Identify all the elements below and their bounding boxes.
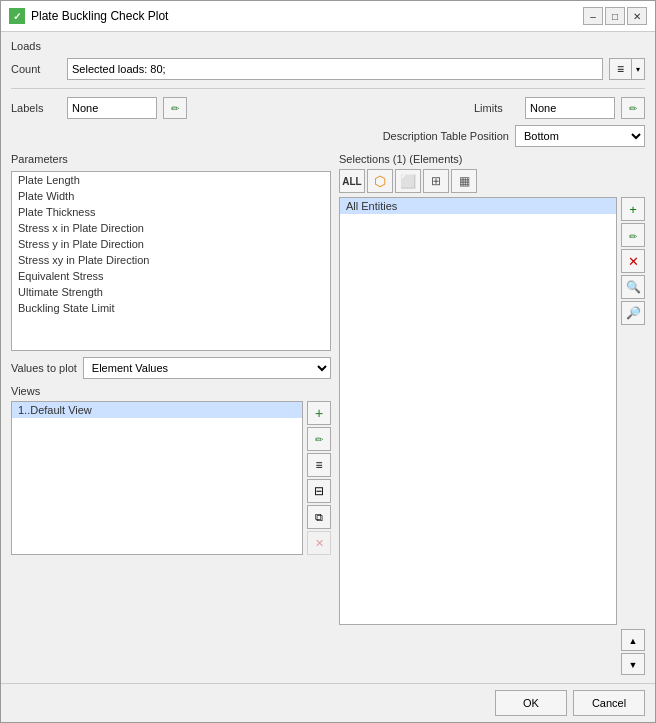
list-lines-icon: ≡: [315, 458, 322, 472]
sel-all-button[interactable]: ALL: [339, 169, 365, 193]
down-arrow-icon: [629, 659, 638, 670]
view-default[interactable]: 1..Default View: [12, 402, 302, 418]
main-area: Parameters Plate Length Plate Width Plat…: [11, 153, 645, 675]
zoom-in-icon: 🔍: [626, 280, 641, 294]
details-icon: ⊟: [314, 484, 324, 498]
sel-grid2-button[interactable]: ▦: [451, 169, 477, 193]
views-main: 1..Default View ≡: [11, 401, 331, 555]
loads-list-icon[interactable]: [609, 58, 631, 80]
views-list-button[interactable]: ≡: [307, 453, 331, 477]
views-section: Views 1..Default View: [11, 385, 331, 555]
plus-icon-sel: +: [629, 202, 637, 217]
close-button[interactable]: ✕: [627, 7, 647, 25]
param-stress-x[interactable]: Stress x in Plate Direction: [12, 220, 330, 236]
labels-limits-row: Labels Limits: [11, 97, 645, 119]
all-icon: ALL: [342, 176, 361, 187]
labels-label: Labels: [11, 102, 61, 114]
delete-icon: ✕: [315, 537, 324, 550]
sel-box-button[interactable]: ⬜: [395, 169, 421, 193]
scroll-up-button[interactable]: [621, 629, 645, 651]
param-plate-width[interactable]: Plate Width: [12, 188, 330, 204]
grid2-icon: ▦: [459, 174, 470, 188]
divider-1: [11, 88, 645, 89]
views-header: Views: [11, 385, 331, 397]
up-arrow-icon: [629, 635, 638, 646]
loads-row: Count: [11, 58, 645, 80]
sel-pencil-button[interactable]: [621, 223, 645, 247]
param-equiv-stress[interactable]: Equivalent Stress: [12, 268, 330, 284]
selections-main: All Entities + ✕ 🔍: [339, 197, 645, 625]
parameters-list[interactable]: Plate Length Plate Width Plate Thickness…: [11, 171, 331, 351]
views-edit-button[interactable]: [307, 427, 331, 451]
ok-button[interactable]: OK: [495, 690, 567, 716]
list-icon: [617, 62, 624, 76]
sel-grid-button[interactable]: ⊞: [423, 169, 449, 193]
main-window: ✓ Plate Buckling Check Plot – □ ✕ Loads …: [0, 0, 656, 723]
values-to-plot-label: Values to plot: [11, 362, 77, 374]
pencil-icon-limits: [629, 102, 637, 114]
scroll-buttons: [339, 629, 645, 675]
grid-icon: ⊞: [431, 174, 441, 188]
views-delete-button[interactable]: ✕: [307, 531, 331, 555]
labels-edit-button[interactable]: [163, 97, 187, 119]
selections-list[interactable]: All Entities: [339, 197, 617, 625]
count-label: Count: [11, 63, 61, 75]
x-icon-sel: ✕: [628, 254, 639, 269]
window-title: Plate Buckling Check Plot: [31, 9, 577, 23]
views-list[interactable]: 1..Default View: [11, 401, 303, 555]
sel-action-buttons: + ✕ 🔍 🔎: [621, 197, 645, 625]
maximize-button[interactable]: □: [605, 7, 625, 25]
labels-input[interactable]: [67, 97, 157, 119]
sel-all-entities[interactable]: All Entities: [340, 198, 616, 214]
param-plate-thickness[interactable]: Plate Thickness: [12, 204, 330, 220]
loads-dropdown-arrow[interactable]: [631, 58, 645, 80]
views-add-button[interactable]: [307, 401, 331, 425]
right-panel: Selections (1) (Elements) ALL ⬡ ⬜ ⊞: [339, 153, 645, 675]
copy-icon: [315, 511, 323, 524]
cancel-button[interactable]: Cancel: [573, 690, 645, 716]
param-stress-xy[interactable]: Stress xy in Plate Direction: [12, 252, 330, 268]
views-buttons: ≡ ⊟ ✕: [307, 401, 331, 555]
sel-entity-button[interactable]: ⬡: [367, 169, 393, 193]
window-controls: – □ ✕: [583, 7, 647, 25]
selections-toolbar: ALL ⬡ ⬜ ⊞ ▦: [339, 169, 645, 193]
sel-zoom-in-button[interactable]: 🔍: [621, 275, 645, 299]
values-to-plot-select[interactable]: Element Values Nodal Values: [83, 357, 331, 379]
desc-table-label: Description Table Position: [383, 130, 509, 142]
sel-zoom-out-button[interactable]: 🔎: [621, 301, 645, 325]
limits-edit-button[interactable]: [621, 97, 645, 119]
values-to-plot-row: Values to plot Element Values Nodal Valu…: [11, 357, 331, 379]
param-ultimate-strength[interactable]: Ultimate Strength: [12, 284, 330, 300]
sel-add-button[interactable]: +: [621, 197, 645, 221]
param-stress-y[interactable]: Stress y in Plate Direction: [12, 236, 330, 252]
scroll-down-button[interactable]: [621, 653, 645, 675]
selections-header: Selections (1) (Elements): [339, 153, 645, 165]
sel-delete-button[interactable]: ✕: [621, 249, 645, 273]
description-table-row: Description Table Position Bottom Top Le…: [11, 125, 645, 147]
param-plate-length[interactable]: Plate Length: [12, 172, 330, 188]
box-icon: ⬜: [400, 174, 416, 189]
desc-table-select[interactable]: Bottom Top Left Right: [515, 125, 645, 147]
plus-icon-views: [315, 405, 323, 421]
arrow-down-icon: [636, 65, 640, 74]
footer: OK Cancel: [1, 683, 655, 722]
loads-section: Loads Count: [11, 40, 645, 80]
limits-label: Limits: [474, 102, 519, 114]
minimize-button[interactable]: –: [583, 7, 603, 25]
param-buckling-state[interactable]: Buckling State Limit: [12, 300, 330, 316]
parameters-section: Parameters: [11, 153, 331, 165]
entity-icon: ⬡: [374, 173, 386, 189]
pencil-icon-sel: [629, 228, 637, 243]
left-panel: Parameters Plate Length Plate Width Plat…: [11, 153, 331, 675]
pencil-icon-views: [315, 433, 323, 445]
views-copy-button[interactable]: [307, 505, 331, 529]
limits-input[interactable]: [525, 97, 615, 119]
pencil-icon-labels: [171, 102, 179, 114]
zoom-out-icon: 🔎: [626, 306, 641, 320]
window-content: Loads Count Labels: [1, 32, 655, 683]
window-icon: ✓: [9, 8, 25, 24]
views-details-button[interactable]: ⊟: [307, 479, 331, 503]
title-bar: ✓ Plate Buckling Check Plot – □ ✕: [1, 1, 655, 32]
loads-select-split-button[interactable]: [609, 58, 645, 80]
count-input[interactable]: [67, 58, 603, 80]
